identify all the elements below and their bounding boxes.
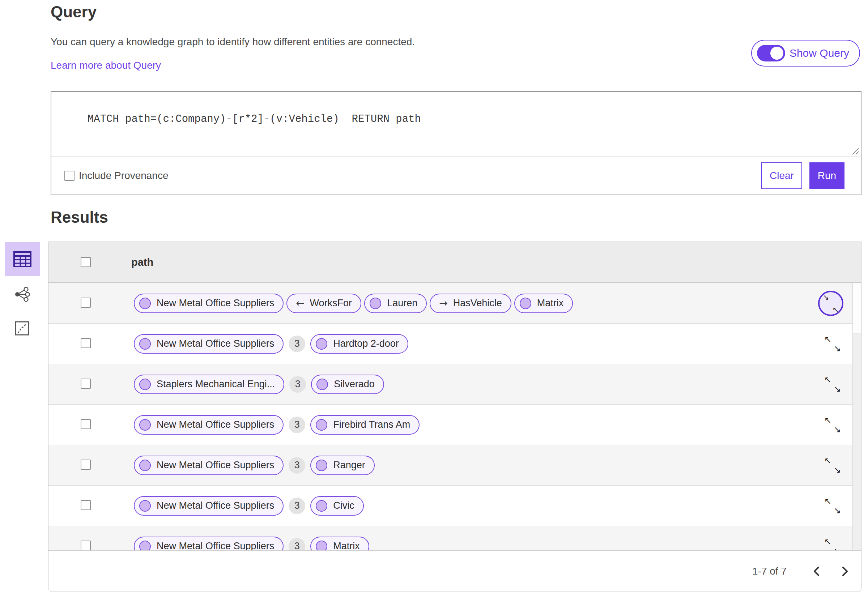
run-button[interactable]: Run <box>809 162 844 189</box>
entity-label: New Metal Office Suppliers <box>156 338 274 349</box>
path-column-header: path <box>131 242 154 282</box>
arrow-glyph: ↖ <box>824 537 831 547</box>
row-checkbox[interactable] <box>81 419 91 429</box>
arrow-left-icon: ← <box>296 297 304 309</box>
entity-label: New Metal Office Suppliers <box>156 541 274 551</box>
arrow-glyph: ↖ <box>832 305 839 314</box>
table-row: New Metal Office Suppliers3Firebird Tran… <box>49 405 861 445</box>
entity-label: Firebird Trans Am <box>333 419 410 430</box>
entity-label: Lauren <box>387 298 417 309</box>
query-input[interactable]: MATCH path=(c:Company)-[r*2]-(v:Vehicle)… <box>52 92 861 157</box>
arrow-glyph: ↘ <box>823 293 829 302</box>
entity-pill[interactable]: Ranger <box>310 456 375 475</box>
row-checkbox[interactable] <box>81 500 91 510</box>
tab-link-chart-view[interactable] <box>11 284 33 304</box>
arrow-glyph: ↘ <box>834 384 841 394</box>
arrow-glyph: ↖ <box>824 375 831 385</box>
table-scrollbar[interactable] <box>852 283 861 551</box>
entity-node-icon <box>139 338 151 350</box>
expand-row-icon[interactable]: ↖↘ <box>824 416 841 433</box>
expand-row-icon[interactable]: ↖↘ <box>824 376 841 393</box>
show-query-label: Show Query <box>790 47 849 59</box>
entity-node-icon <box>316 541 327 551</box>
entity-node-icon <box>316 460 327 471</box>
select-all-checkbox[interactable] <box>81 257 91 267</box>
expand-row-icon[interactable]: ↖↘ <box>824 457 841 474</box>
arrow-glyph: ↖ <box>824 415 831 425</box>
arrow-glyph: ↖ <box>824 456 831 466</box>
entity-label: Staplers Mechanical Engi... <box>156 379 275 390</box>
path-segments: New Metal Office Suppliers3Ranger <box>134 456 375 475</box>
entity-pill[interactable]: Matrix <box>310 537 369 551</box>
entity-pill[interactable]: Staplers Mechanical Engi... <box>134 375 284 394</box>
table-row: New Metal Office Suppliers3Matrix↖↘ <box>49 526 861 551</box>
clear-button[interactable]: Clear <box>761 162 802 189</box>
entity-label: New Metal Office Suppliers <box>156 419 274 430</box>
path-segments: New Metal Office Suppliers3Matrix <box>134 537 369 551</box>
entity-pill[interactable]: Civic <box>310 496 364 516</box>
entity-label: Civic <box>333 500 354 511</box>
query-footer: Include Provenance Clear Run <box>52 157 861 195</box>
entity-pill[interactable]: New Metal Office Suppliers <box>134 496 283 516</box>
table-row: New Metal Office Suppliers3Civic↖↘ <box>49 485 861 526</box>
entity-label: New Metal Office Suppliers <box>156 460 274 471</box>
path-segments: New Metal Office Suppliers←WorksForLaure… <box>134 294 573 313</box>
entity-node-icon <box>139 298 151 309</box>
row-checkbox[interactable] <box>81 460 91 470</box>
relationship-pill[interactable]: ←WorksFor <box>286 294 361 313</box>
hop-count-badge: 3 <box>289 416 305 433</box>
expand-row-icon[interactable]: ↖↘ <box>824 497 841 514</box>
expand-row-icon[interactable]: ↖↘ <box>824 538 841 551</box>
next-page-button[interactable] <box>838 563 852 579</box>
tab-table-view[interactable] <box>5 242 40 276</box>
tab-map-view[interactable] <box>13 320 31 337</box>
show-query-toggle[interactable]: Show Query <box>751 40 860 66</box>
entity-pill[interactable]: Silverado <box>311 375 384 394</box>
entity-pill[interactable]: New Metal Office Suppliers <box>134 334 283 354</box>
arrow-glyph: ↖ <box>824 334 831 344</box>
link-chart-icon <box>14 287 30 302</box>
relationship-label: HasVehicle <box>453 298 502 309</box>
pagination-range: 1-7 of 7 <box>752 551 787 592</box>
entity-node-icon <box>316 500 327 512</box>
arrow-right-icon: → <box>439 297 447 309</box>
entity-pill[interactable]: New Metal Office Suppliers <box>134 456 283 475</box>
chevron-right-icon <box>841 566 850 577</box>
relationship-pill[interactable]: →HasVehicle <box>430 294 511 313</box>
row-checkbox[interactable] <box>81 379 91 389</box>
arrow-glyph: ↘ <box>834 425 841 435</box>
previous-page-button[interactable] <box>809 563 824 579</box>
arrow-glyph: ↘ <box>834 465 841 475</box>
include-provenance-checkbox[interactable] <box>64 171 74 181</box>
entity-pill[interactable]: Firebird Trans Am <box>310 415 419 435</box>
entity-node-icon <box>139 500 151 512</box>
entity-pill[interactable]: Hardtop 2-door <box>310 334 408 354</box>
entity-node-icon <box>139 379 151 390</box>
entity-node-icon <box>370 298 381 309</box>
arrow-glyph: ↖ <box>824 496 831 506</box>
entity-pill[interactable]: Matrix <box>514 294 573 313</box>
entity-label: New Metal Office Suppliers <box>156 500 274 511</box>
row-checkbox[interactable] <box>81 541 91 551</box>
toggle-switch[interactable] <box>757 45 785 62</box>
entity-pill[interactable]: New Metal Office Suppliers <box>134 294 283 313</box>
arrow-glyph: ↘ <box>834 546 841 551</box>
include-provenance-option: Include Provenance <box>64 170 168 181</box>
toggle-knob <box>771 47 783 60</box>
query-description: You can query a knowledge graph to ident… <box>51 36 415 48</box>
path-segments: New Metal Office Suppliers3Firebird Tran… <box>134 415 419 435</box>
expand-row-icon[interactable]: ↖↘ <box>824 336 841 352</box>
results-table: path New Metal Office Suppliers←WorksFor… <box>48 242 862 592</box>
scrollbar-thumb[interactable] <box>853 283 861 333</box>
entity-pill[interactable]: Lauren <box>364 294 427 313</box>
map-icon <box>15 321 29 336</box>
page-title: Query <box>51 3 97 21</box>
row-checkbox[interactable] <box>81 298 91 308</box>
entity-pill[interactable]: New Metal Office Suppliers <box>134 537 283 551</box>
resize-handle-icon[interactable] <box>850 146 860 155</box>
table-icon <box>13 251 31 267</box>
entity-pill[interactable]: New Metal Office Suppliers <box>134 415 283 435</box>
collapse-row-icon[interactable]: ↘↖ <box>818 291 843 316</box>
row-checkbox[interactable] <box>81 338 91 348</box>
learn-more-link[interactable]: Learn more about Query <box>51 60 161 71</box>
